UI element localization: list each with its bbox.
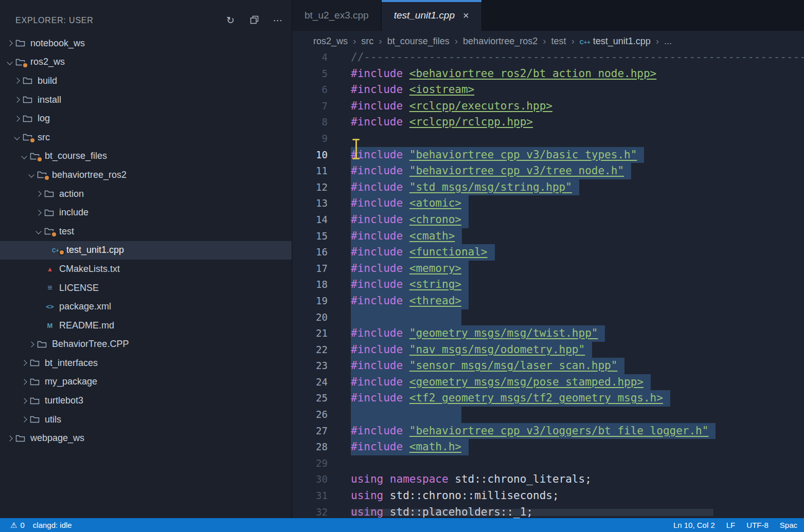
tree-item-behaviortree_ros2[interactable]: behaviortree_ros2 bbox=[0, 166, 292, 185]
line-content bbox=[351, 407, 461, 423]
line-number: 6 bbox=[292, 82, 328, 98]
tree-item-build[interactable]: build bbox=[0, 71, 292, 90]
tree-item-webpage_ws[interactable]: webpage_ws bbox=[0, 429, 292, 448]
code-line-26[interactable]: 26 bbox=[292, 407, 804, 423]
line-content: #include <tf2_geometry_msgs/tf2_geometry… bbox=[351, 390, 670, 407]
encoding-indicator[interactable]: UTF-8 bbox=[741, 521, 774, 529]
code-token: #include bbox=[351, 67, 409, 80]
include-path: <chrono> bbox=[409, 213, 461, 226]
code-line-20[interactable]: 20 bbox=[292, 309, 804, 326]
code-line-5[interactable]: 5#include <behaviortree_ros2/bt_action_n… bbox=[292, 66, 804, 82]
breadcrumb-item-ros2_ws[interactable]: ros2_ws bbox=[313, 36, 348, 47]
close-icon[interactable]: × bbox=[463, 10, 469, 22]
breadcrumb-label: ... bbox=[664, 36, 672, 46]
code-line-6[interactable]: 6#include <iostream> bbox=[292, 82, 804, 98]
code-line-29[interactable]: 29 bbox=[292, 455, 804, 472]
include-path: <behaviortree_ros2/bt_action_node.hpp> bbox=[409, 67, 656, 80]
code-line-24[interactable]: 24#include <geometry_msgs/msg/pose_stamp… bbox=[292, 374, 804, 391]
code-line-30[interactable]: 30using namespace std::chrono_literals; bbox=[292, 471, 804, 488]
chevron-right-icon bbox=[12, 95, 23, 104]
cpp-file-icon: C++ bbox=[51, 247, 63, 253]
tree-item-turtlebot3[interactable]: turtlebot3 bbox=[0, 391, 292, 410]
folder-icon bbox=[30, 378, 41, 386]
breadcrumb-item-behaviortree_ros2[interactable]: behaviortree_ros2 bbox=[463, 36, 538, 47]
code-line-10[interactable]: 10#include "behaviortree_cpp_v3/basic_ty… bbox=[292, 147, 804, 163]
tree-item-ros2_ws[interactable]: ros2_ws bbox=[0, 53, 292, 72]
tree-item-test_unit1.cpp[interactable]: C++test_unit1.cpp bbox=[0, 241, 292, 260]
breadcrumb-separator-icon: › bbox=[353, 35, 356, 47]
breadcrumb-separator-icon: › bbox=[379, 35, 382, 47]
more-actions-icon[interactable]: ⋯ bbox=[272, 15, 283, 26]
code-line-23[interactable]: 23#include "sensor_msgs/msg/laser_scan.h… bbox=[292, 358, 804, 374]
chevron-right-icon bbox=[20, 358, 30, 368]
line-number: 12 bbox=[292, 179, 328, 196]
refresh-icon[interactable]: ↻ bbox=[225, 15, 236, 26]
code-token: #include bbox=[351, 327, 409, 339]
code-line-31[interactable]: 31using std::chrono::milliseconds; bbox=[292, 488, 804, 504]
tree-item-action[interactable]: action bbox=[0, 185, 292, 204]
code-token: //--------------------------------------… bbox=[351, 51, 804, 63]
tree-item-label: test_unit1.cpp bbox=[66, 245, 124, 255]
tree-item-my_package[interactable]: my_package bbox=[0, 373, 292, 392]
code-line-19[interactable]: 19#include <thread> bbox=[292, 293, 804, 309]
tree-item-LICENSE[interactable]: ≡LICENSE bbox=[0, 279, 292, 298]
tree-item-label: webpage_ws bbox=[30, 433, 84, 444]
code-line-11[interactable]: 11#include "behaviortree_cpp_v3/tree_nod… bbox=[292, 163, 804, 179]
code-line-17[interactable]: 17#include <memory> bbox=[292, 261, 804, 277]
breadcrumb-item-test[interactable]: test bbox=[551, 36, 566, 47]
breadcrumb-item-src[interactable]: src bbox=[361, 36, 373, 47]
indentation-indicator[interactable]: Spac bbox=[774, 521, 803, 529]
code-line-16[interactable]: 16#include <functional> bbox=[292, 244, 804, 261]
line-number: 32 bbox=[292, 504, 328, 518]
tree-item-utils[interactable]: utils bbox=[0, 410, 292, 429]
code-line-25[interactable]: 25#include <tf2_geometry_msgs/tf2_geomet… bbox=[292, 390, 804, 407]
cursor-position[interactable]: Ln 10, Col 2 bbox=[668, 521, 721, 529]
code-token: #include bbox=[351, 392, 409, 404]
tree-item-BehaviorTree.CPP[interactable]: BehaviorTree.CPP bbox=[0, 335, 292, 354]
clangd-status[interactable]: clangd: idle bbox=[29, 521, 76, 529]
code-line-22[interactable]: 22#include "nav_msgs/msg/odometry.hpp" bbox=[292, 342, 804, 358]
tab-label: bt_u2_ex3.cpp bbox=[305, 10, 369, 21]
problems-indicator[interactable]: ⚠ 0 bbox=[6, 521, 29, 530]
breadcrumb-item-bt_course_files[interactable]: bt_course_files bbox=[387, 36, 450, 47]
code-line-7[interactable]: 7#include <rclcpp/executors.hpp> bbox=[292, 98, 804, 115]
folder-icon bbox=[30, 415, 41, 424]
eol-indicator[interactable]: LF bbox=[721, 521, 741, 529]
code-line-4[interactable]: 4//-------------------------------------… bbox=[292, 51, 804, 66]
tree-item-label: log bbox=[38, 113, 50, 124]
tree-item-notebook_ws[interactable]: notebook_ws bbox=[0, 34, 292, 53]
code-line-21[interactable]: 21#include "geometry_msgs/msg/twist.hpp" bbox=[292, 325, 804, 342]
code-line-12[interactable]: 12#include "std_msgs/msg/string.hpp" bbox=[292, 179, 804, 196]
code-line-15[interactable]: 15#include <cmath> bbox=[292, 228, 804, 245]
tree-item-bt_interfaces[interactable]: bt_interfaces bbox=[0, 354, 292, 373]
open-editors-icon[interactable] bbox=[248, 15, 260, 26]
tree-item-README.md[interactable]: MREADME.md bbox=[0, 316, 292, 335]
line-number: 5 bbox=[292, 66, 328, 82]
include-path: <functional> bbox=[409, 246, 488, 258]
code-line-13[interactable]: 13#include <atomic> bbox=[292, 195, 804, 212]
code-line-18[interactable]: 18#include <string> bbox=[292, 277, 804, 293]
tree-item-package.xml[interactable]: <>package.xml bbox=[0, 297, 292, 316]
tree-item-install[interactable]: install bbox=[0, 90, 292, 109]
code-line-14[interactable]: 14#include <chrono> bbox=[292, 212, 804, 228]
tree-item-log[interactable]: log bbox=[0, 109, 292, 128]
code-line-28[interactable]: 28#include <math.h> bbox=[292, 439, 804, 455]
tree-item-CMakeLists.txt[interactable]: ▲CMakeLists.txt bbox=[0, 260, 292, 279]
tab-test_unit1-cpp[interactable]: test_unit1.cpp × bbox=[382, 0, 482, 31]
code-lines: 4//-------------------------------------… bbox=[292, 51, 804, 518]
breadcrumb-label: ros2_ws bbox=[313, 36, 348, 46]
code-line-9[interactable]: 9 bbox=[292, 131, 804, 147]
tree-item-include[interactable]: include bbox=[0, 203, 292, 222]
breadcrumb-item-...[interactable]: ... bbox=[664, 36, 672, 47]
line-content: #include <chrono> bbox=[351, 212, 469, 228]
code-line-27[interactable]: 27#include "behaviortree_cpp_v3/loggers/… bbox=[292, 423, 804, 439]
code-line-8[interactable]: 8#include <rclcpp/rclcpp.hpp> bbox=[292, 114, 804, 131]
tree-item-test[interactable]: test bbox=[0, 222, 292, 241]
breadcrumb-item-test_unit1.cpp[interactable]: C++test_unit1.cpp bbox=[580, 36, 651, 47]
tree-item-bt_course_files[interactable]: bt_course_files bbox=[0, 147, 292, 166]
tree-item-src[interactable]: src bbox=[0, 128, 292, 147]
horizontal-scrollbar[interactable] bbox=[351, 509, 713, 516]
tab-bt_u2_ex3-cpp[interactable]: bt_u2_ex3.cpp bbox=[292, 0, 382, 31]
folder-icon bbox=[15, 39, 26, 47]
code-editor[interactable]: 4//-------------------------------------… bbox=[292, 51, 804, 518]
